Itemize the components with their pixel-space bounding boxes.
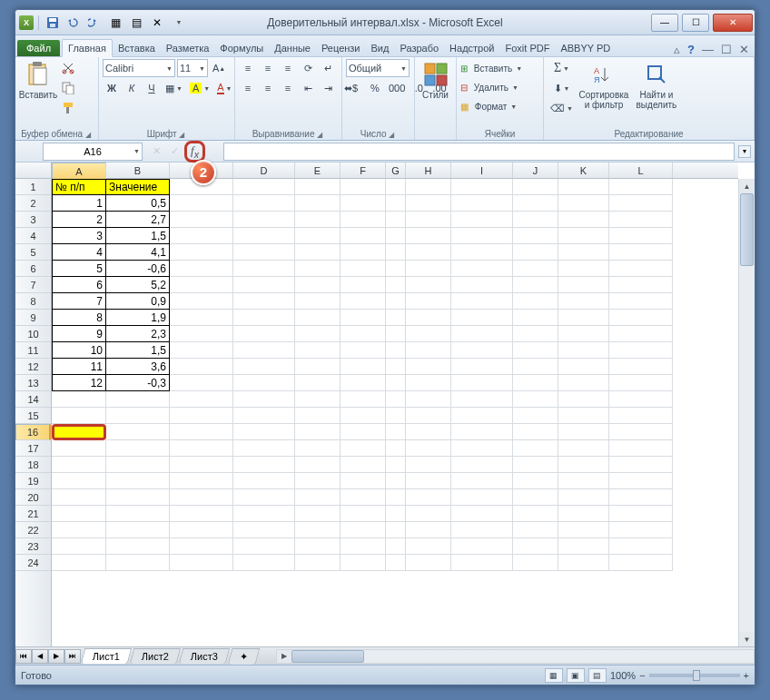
indent-dec[interactable]: ⇤ [299, 79, 317, 97]
column-header-I[interactable]: I [451, 163, 513, 178]
cell-L22[interactable] [609, 522, 673, 538]
view-page-break[interactable]: ▤ [588, 668, 607, 683]
paste-button[interactable]: Вставить [19, 59, 57, 100]
tab-nav-prev[interactable]: ◀ [32, 649, 48, 664]
cell-F23[interactable] [341, 538, 386, 555]
cell-G16[interactable] [386, 424, 406, 440]
cell-G1[interactable] [386, 179, 406, 195]
cell-J9[interactable] [513, 310, 558, 326]
cell-K19[interactable] [558, 473, 609, 489]
zoom-level[interactable]: 100% [610, 670, 636, 681]
cell-J3[interactable] [513, 212, 558, 228]
cell-G3[interactable] [386, 212, 406, 228]
cell-B22[interactable] [106, 522, 170, 538]
align-center[interactable]: ≡ [259, 79, 277, 97]
cell-G15[interactable] [386, 408, 406, 424]
cell-K12[interactable] [558, 359, 609, 375]
column-header-J[interactable]: J [513, 163, 558, 178]
cell-G20[interactable] [386, 489, 406, 506]
cell-I4[interactable] [451, 228, 513, 244]
cell-J12[interactable] [513, 359, 558, 375]
cell-G22[interactable] [386, 522, 406, 538]
cell-I3[interactable] [451, 212, 513, 228]
cell-K20[interactable] [558, 489, 609, 506]
cell-I14[interactable] [451, 391, 513, 408]
cell-A23[interactable] [52, 538, 106, 555]
fill-button[interactable]: ⬇▼ [548, 79, 576, 97]
cell-G6[interactable] [386, 261, 406, 277]
cell-D11[interactable] [233, 342, 295, 359]
cell-D9[interactable] [233, 310, 295, 326]
row-header-3[interactable]: 3 [15, 212, 51, 228]
cell-B19[interactable] [106, 473, 170, 489]
cell-L11[interactable] [609, 342, 673, 359]
cell-H12[interactable] [406, 359, 451, 375]
cell-H21[interactable] [406, 506, 451, 522]
row-header-21[interactable]: 21 [15, 506, 51, 522]
cell-A13[interactable]: 12 [52, 375, 106, 391]
cell-H5[interactable] [406, 244, 451, 261]
cell-D8[interactable] [233, 293, 295, 310]
qat-undo[interactable] [64, 14, 83, 32]
row-header-7[interactable]: 7 [15, 277, 51, 293]
row-header-15[interactable]: 15 [15, 408, 51, 424]
cells-insert[interactable]: ⊞ Вставить▼ [460, 59, 522, 77]
tab-insert[interactable]: Вставка [113, 40, 161, 56]
cell-E9[interactable] [295, 310, 341, 326]
cell-H17[interactable] [406, 440, 451, 457]
cell-A9[interactable]: 8 [52, 310, 106, 326]
cell-K2[interactable] [558, 195, 609, 212]
font-name-select[interactable]: Calibri▼ [103, 59, 175, 77]
align-bottom[interactable]: ≡ [279, 59, 297, 77]
cell-E1[interactable] [295, 179, 341, 195]
cell-G18[interactable] [386, 457, 406, 473]
cell-A3[interactable]: 2 [52, 212, 106, 228]
cut-button[interactable] [59, 59, 77, 77]
cell-L3[interactable] [609, 212, 673, 228]
cell-J4[interactable] [513, 228, 558, 244]
cell-G13[interactable] [386, 375, 406, 391]
cell-E3[interactable] [295, 212, 341, 228]
cell-E10[interactable] [295, 326, 341, 342]
cell-L23[interactable] [609, 538, 673, 555]
cell-D10[interactable] [233, 326, 295, 342]
cell-D7[interactable] [233, 277, 295, 293]
cell-I13[interactable] [451, 375, 513, 391]
cell-A24[interactable] [52, 555, 106, 571]
cell-B7[interactable]: 5,2 [106, 277, 170, 293]
cell-F1[interactable] [341, 179, 386, 195]
cell-G24[interactable] [386, 555, 406, 571]
cell-J6[interactable] [513, 261, 558, 277]
cell-G9[interactable] [386, 310, 406, 326]
cell-K17[interactable] [558, 440, 609, 457]
cell-C20[interactable] [170, 489, 233, 506]
cell-C4[interactable] [170, 228, 233, 244]
cell-C19[interactable] [170, 473, 233, 489]
cell-D24[interactable] [233, 555, 295, 571]
cell-H24[interactable] [406, 555, 451, 571]
cell-B9[interactable]: 1,9 [106, 310, 170, 326]
cell-F21[interactable] [341, 506, 386, 522]
column-header-H[interactable]: H [406, 163, 451, 178]
tab-foxit[interactable]: Foxit PDF [500, 40, 556, 56]
cell-H9[interactable] [406, 310, 451, 326]
sheet-tab-1[interactable]: Лист1 [81, 648, 133, 664]
cell-E19[interactable] [295, 473, 341, 489]
cell-F20[interactable] [341, 489, 386, 506]
new-sheet-tab[interactable]: ✦ [228, 648, 261, 665]
tab-formulas[interactable]: Формулы [214, 40, 269, 56]
qat-redo[interactable] [85, 14, 104, 32]
cell-K3[interactable] [558, 212, 609, 228]
cell-K10[interactable] [558, 326, 609, 342]
cell-I15[interactable] [451, 408, 513, 424]
cell-L21[interactable] [609, 506, 673, 522]
cell-E21[interactable] [295, 506, 341, 522]
cell-E15[interactable] [295, 408, 341, 424]
cell-F8[interactable] [341, 293, 386, 310]
cell-K24[interactable] [558, 555, 609, 571]
row-header-18[interactable]: 18 [15, 457, 51, 473]
cell-J20[interactable] [513, 489, 558, 506]
column-header-A[interactable]: A [52, 163, 106, 181]
cell-L12[interactable] [609, 359, 673, 375]
cell-A16[interactable]: 1 [52, 424, 106, 440]
